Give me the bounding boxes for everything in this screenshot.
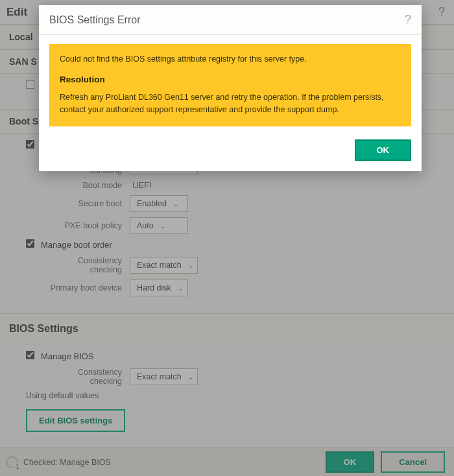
modal-header: BIOS Settings Error ?: [39, 5, 422, 35]
modal-ok-button[interactable]: OK: [355, 139, 412, 161]
modal-help-icon[interactable]: ?: [405, 13, 411, 27]
bios-error-modal: BIOS Settings Error ? Could not find the…: [39, 5, 422, 171]
warning-alert: Could not find the BIOS settings attribu…: [49, 44, 411, 126]
resolution-text: Refresh any ProLiant DL360 Gen11 server …: [60, 91, 401, 116]
resolution-heading: Resolution: [60, 73, 401, 86]
modal-title: BIOS Settings Error: [49, 14, 141, 26]
alert-message: Could not find the BIOS settings attribu…: [60, 53, 401, 65]
